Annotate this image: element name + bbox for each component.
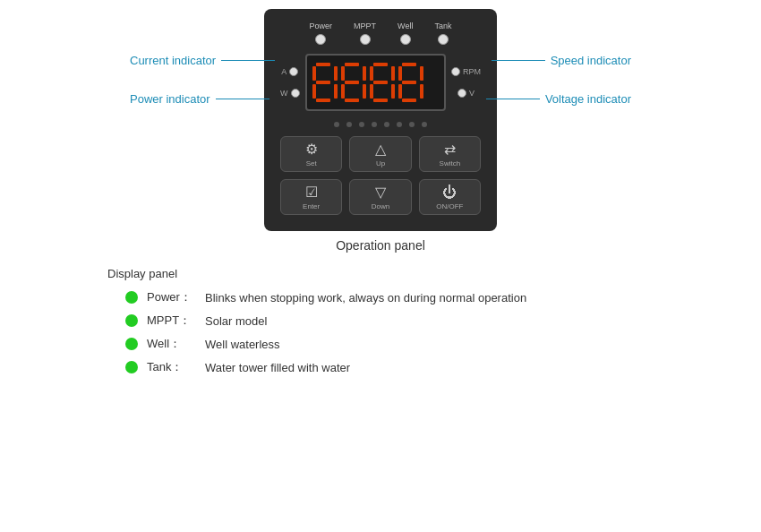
- enter-icon: ☑: [305, 185, 318, 200]
- right-side-indicators: RPM V: [451, 67, 481, 98]
- seg-d1-br: [334, 84, 338, 99]
- seg-digit-1: [312, 63, 338, 102]
- display-panel-section: Display panel Power： Blinks when stoppin…: [90, 267, 671, 375]
- legend-key-mppt: MPPT：: [147, 313, 196, 329]
- seg-d2-mid: [345, 81, 359, 84]
- indicator-well-label: Well: [398, 21, 413, 30]
- seg-digit-2: [341, 63, 366, 102]
- panel-caption: Operation panel: [336, 238, 425, 253]
- voltage-indicator-line: [486, 99, 540, 99]
- legend-key-tank: Tank：: [147, 359, 196, 375]
- voltage-indicator-row: Voltage indicator: [486, 92, 631, 106]
- seg-d4-bot: [402, 99, 416, 102]
- power-indicator-line: [216, 99, 269, 99]
- green-dot-power: [125, 291, 138, 304]
- seg-dot-3: [359, 122, 364, 127]
- up-icon: △: [375, 142, 386, 157]
- seg-d2-br: [363, 84, 366, 99]
- display-panel-title: Display panel: [107, 267, 671, 280]
- rpm-unit: RPM: [451, 67, 481, 76]
- buttons-grid: ⚙ Set △ Up ⇄ Switch ☑ Enter: [280, 136, 481, 215]
- seg-d4-tl: [398, 66, 402, 81]
- seg-dot-4: [372, 122, 377, 127]
- volt-label: V: [469, 89, 475, 98]
- right-labels: Speed indicator Voltage indicator: [486, 54, 631, 106]
- onoff-label: ON/OFF: [436, 202, 463, 210]
- green-dot-well: [125, 338, 138, 350]
- legend-item-mppt: MPPT： Solar model: [125, 313, 671, 329]
- power-indicator-row: Power indicator: [130, 92, 275, 106]
- power-indicator-label: Power indicator: [130, 92, 210, 106]
- ampere-label: A: [281, 67, 286, 76]
- voltage-indicator-label: Voltage indicator: [545, 92, 631, 106]
- indicator-power-label: Power: [310, 21, 333, 30]
- enter-label: Enter: [303, 202, 320, 210]
- seg-dot-7: [409, 122, 415, 127]
- seg-d3-top: [373, 63, 388, 66]
- speed-indicator-line: [492, 60, 545, 61]
- speed-indicator-row: Speed indicator: [486, 54, 631, 67]
- seg-d3-bot: [373, 99, 388, 102]
- legend-value-power: Blinks when stopping work, always on dur…: [205, 291, 526, 305]
- set-label: Set: [306, 159, 317, 167]
- ampere-led: [289, 67, 298, 76]
- seg-d1-tr: [334, 66, 338, 81]
- seg-d2-bl: [341, 84, 345, 99]
- seg-d1-tl: [312, 66, 316, 81]
- legend-value-well: Well waterless: [205, 338, 280, 351]
- volt-unit: V: [457, 89, 475, 98]
- seg-d2-tl: [341, 66, 345, 81]
- top-indicators: Power MPPT Well Tank: [310, 21, 452, 45]
- seg-d2-tr: [363, 66, 366, 81]
- watt-label: W: [280, 89, 288, 98]
- onoff-button[interactable]: ⏻ ON/OFF: [419, 179, 481, 215]
- current-indicator-label: Current indicator: [130, 54, 216, 67]
- seg-d2-bot: [345, 99, 359, 102]
- onoff-icon: ⏻: [442, 185, 457, 200]
- up-button[interactable]: △ Up: [349, 136, 411, 172]
- led-well: [400, 34, 411, 45]
- down-label: Down: [372, 202, 389, 210]
- display-row: A W: [280, 54, 481, 111]
- seg-dot-1: [334, 122, 339, 127]
- switch-button[interactable]: ⇄ Switch: [419, 136, 481, 172]
- led-tank: [438, 34, 449, 45]
- speed-indicator-label: Speed indicator: [551, 54, 631, 67]
- current-indicator-row: Current indicator: [130, 54, 275, 67]
- seg-d1-bot: [316, 99, 330, 102]
- seg-d3-br: [391, 84, 395, 99]
- legend-item-well: Well： Well waterless: [125, 336, 671, 352]
- rpm-label: RPM: [463, 67, 481, 76]
- seg-d1-mid: [316, 81, 330, 84]
- switch-icon: ⇄: [444, 142, 456, 157]
- seg-d4-tr: [420, 66, 423, 81]
- indicator-tank: Tank: [434, 21, 451, 45]
- indicator-mppt-label: MPPT: [354, 21, 376, 30]
- switch-label: Switch: [440, 159, 461, 167]
- watt-led: [291, 89, 300, 98]
- legend-key-power: Power：: [147, 289, 196, 305]
- set-button[interactable]: ⚙ Set: [280, 136, 342, 172]
- indicator-mppt: MPPT: [354, 21, 376, 45]
- panel-wrapper: Current indicator Power indicator Power: [130, 9, 631, 231]
- seg-d1-top: [316, 63, 330, 66]
- ampere-unit: A: [281, 67, 298, 76]
- legend-item-tank: Tank： Water tower filled with water: [125, 359, 671, 375]
- left-side-indicators: A W: [280, 67, 300, 98]
- set-icon: ⚙: [305, 142, 318, 157]
- indicator-tank-label: Tank: [434, 21, 451, 30]
- down-button[interactable]: ▽ Down: [349, 179, 411, 215]
- seg-dot-5: [384, 122, 389, 127]
- legend-items: Power： Blinks when stopping work, always…: [107, 289, 671, 375]
- legend-item-power: Power： Blinks when stopping work, always…: [125, 289, 671, 305]
- up-label: Up: [376, 159, 385, 167]
- seg-d4-mid: [402, 81, 416, 84]
- volt-led: [457, 89, 466, 98]
- enter-button[interactable]: ☑ Enter: [280, 179, 342, 215]
- seg-dot-8: [422, 122, 427, 127]
- seg-dots-row: [334, 122, 427, 127]
- down-icon: ▽: [375, 185, 386, 200]
- legend-value-tank: Water tower filled with water: [205, 361, 350, 374]
- seg-d3-tr: [391, 66, 395, 81]
- seven-segment-display: [305, 54, 447, 111]
